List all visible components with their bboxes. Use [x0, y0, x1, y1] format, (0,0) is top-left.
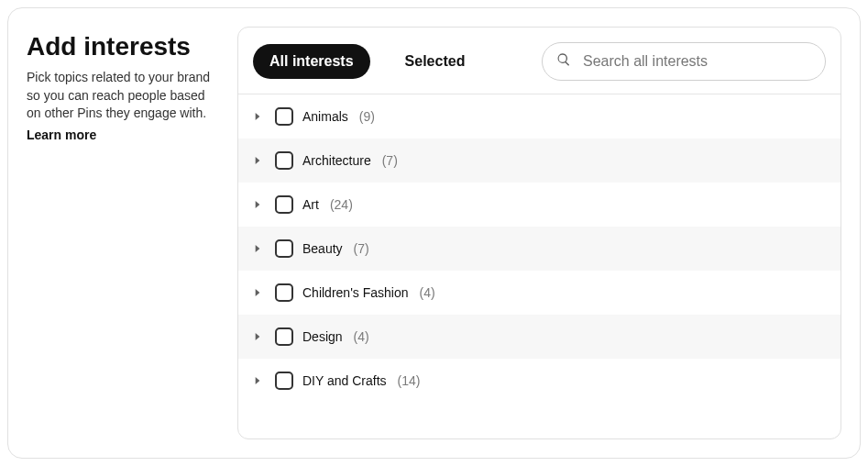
chevron-right-icon[interactable]: [249, 330, 266, 343]
interest-count: (24): [330, 197, 353, 212]
interest-count: (7): [354, 241, 369, 256]
page-title: Add interests: [27, 32, 219, 61]
interest-label: DIY and Crafts: [302, 373, 387, 388]
interest-row: Animals (9): [238, 94, 841, 139]
chevron-right-icon[interactable]: [249, 374, 266, 387]
interest-checkbox[interactable]: [275, 327, 293, 346]
tabs-header: All interests Selected: [238, 28, 841, 94]
interest-row: Architecture (7): [238, 139, 841, 183]
interests-list[interactable]: Animals (9) Architecture (7) Art (24): [238, 94, 841, 438]
page-description: Pick topics related to your brand so you…: [27, 69, 219, 123]
chevron-right-icon[interactable]: [249, 198, 266, 211]
interest-checkbox[interactable]: [275, 195, 293, 214]
interest-label: Animals: [302, 109, 348, 124]
interest-row: Beauty (7): [238, 227, 841, 271]
search-input[interactable]: [542, 42, 826, 81]
interest-checkbox[interactable]: [275, 239, 293, 258]
tabs-group: All interests Selected: [253, 44, 481, 79]
interest-row: Children's Fashion (4): [238, 271, 841, 315]
add-interests-panel: Add interests Pick topics related to you…: [7, 7, 861, 459]
search-wrap: [542, 42, 826, 81]
tab-all-interests[interactable]: All interests: [253, 44, 370, 79]
interest-count: (7): [382, 153, 398, 168]
interest-checkbox[interactable]: [275, 283, 293, 302]
interests-browser: All interests Selected Animals (9): [237, 27, 841, 439]
interest-checkbox[interactable]: [275, 107, 293, 126]
interest-row: DIY and Crafts (14): [238, 359, 841, 403]
interest-label: Beauty: [302, 241, 343, 256]
learn-more-link[interactable]: Learn more: [27, 128, 96, 142]
interest-checkbox[interactable]: [275, 372, 293, 390]
chevron-right-icon[interactable]: [249, 110, 266, 123]
interest-count: (4): [420, 285, 435, 300]
interest-label: Art: [302, 197, 319, 212]
interest-count: (14): [398, 373, 421, 388]
interest-label: Architecture: [302, 153, 371, 168]
interest-count: (9): [359, 109, 375, 124]
interest-label: Design: [302, 329, 343, 344]
chevron-right-icon[interactable]: [249, 154, 266, 167]
interest-row: Art (24): [238, 183, 841, 227]
left-column: Add interests Pick topics related to you…: [27, 27, 219, 439]
interest-checkbox[interactable]: [275, 151, 293, 170]
interest-label: Children's Fashion: [302, 285, 409, 300]
interest-row: Design (4): [238, 315, 841, 359]
tab-selected[interactable]: Selected: [389, 44, 482, 79]
interest-count: (4): [354, 329, 369, 344]
chevron-right-icon[interactable]: [249, 286, 266, 299]
chevron-right-icon[interactable]: [249, 242, 266, 255]
